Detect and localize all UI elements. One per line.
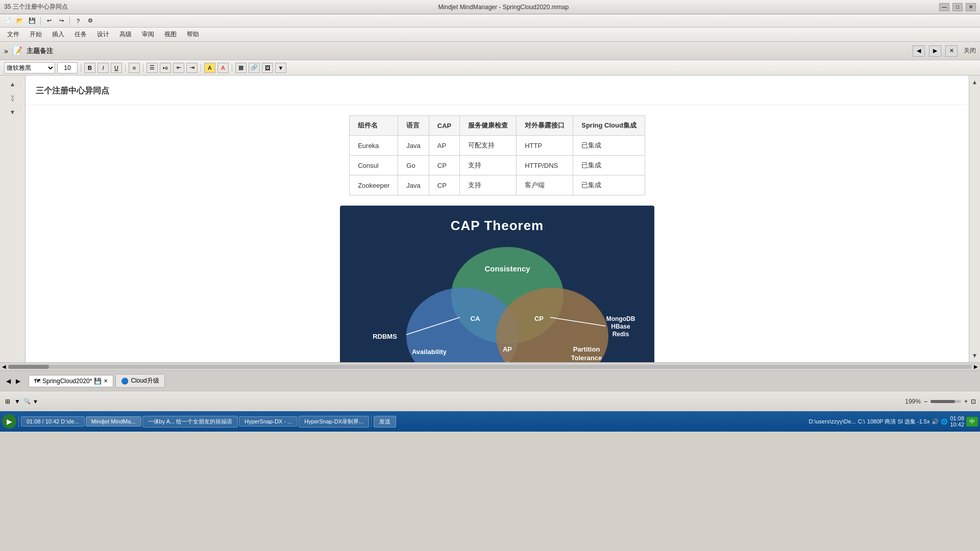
panel-expand-button[interactable]: » <box>4 47 8 55</box>
left-panel-toggle[interactable]: >> <box>8 91 18 106</box>
cap-diagram-container: CAP Theorem Consistency Availability P <box>340 206 654 362</box>
row3-col5: 客户端 <box>517 176 573 195</box>
new-icon[interactable]: 📄 <box>2 16 13 26</box>
taskbar-btn-mindmanager[interactable]: Mindjet MindMa... <box>86 416 141 427</box>
italic-button[interactable]: I <box>97 63 109 73</box>
scrollbar-thumb[interactable] <box>8 365 49 369</box>
taskbar-btn-browser[interactable]: 一体by A... 给一个女朋友的祝福语 <box>142 416 238 428</box>
menu-start[interactable]: 开始 <box>24 29 47 40</box>
fmt-sep-5 <box>232 64 232 72</box>
window-title: Mindjet MindManager - SpringCloud2020.mm… <box>438 4 569 11</box>
scroll-down-button[interactable]: ▼ <box>9 108 17 117</box>
scroll-left-button[interactable]: ◀ <box>2 364 6 369</box>
panel-nav-next-button[interactable]: ▶ <box>929 45 941 57</box>
menu-task[interactable]: 任务 <box>69 29 92 40</box>
horizontal-scrollbar[interactable]: ◀ ▶ <box>0 362 980 370</box>
tab-icon-1: 🗺 <box>34 378 40 385</box>
title-bar-right: — □ ✕ <box>939 3 976 11</box>
zoom-thumb <box>930 400 955 403</box>
menu-file[interactable]: 文件 <box>2 29 24 40</box>
panel-icon: 📝 <box>12 46 22 56</box>
fmt-sep-3 <box>143 64 143 72</box>
open-icon[interactable]: 📂 <box>14 16 26 26</box>
panel-header: » 📝 主题备注 ◀ ▶ ✕ 关闭 <box>0 42 980 60</box>
title-bar-center: Mindjet MindManager - SpringCloud2020.mm… <box>438 4 569 11</box>
font-size-input[interactable] <box>57 62 78 73</box>
fit-page-button[interactable]: ⊡ <box>971 398 976 405</box>
zoom-in-button[interactable]: + <box>964 398 968 405</box>
table-header-row: 组件名 语言 CAP 服务健康检查 对外暴露接口 Spring Cloud集成 <box>350 116 645 136</box>
help-icon[interactable]: ? <box>72 16 84 26</box>
filter-button[interactable]: ▼ <box>33 398 38 405</box>
send-button[interactable]: 发送 <box>374 416 396 428</box>
start-button[interactable]: ▶ <box>2 414 16 429</box>
menu-insert[interactable]: 插入 <box>47 29 69 40</box>
font-family-select[interactable]: 微软雅黑 <box>4 62 55 73</box>
right-scroll-up-button[interactable]: ▲ <box>970 78 979 87</box>
link-button[interactable]: 🔗 <box>249 63 260 73</box>
settings-icon[interactable]: ⚙ <box>85 16 96 26</box>
tab-next-button[interactable]: ▶ <box>14 377 22 386</box>
view-mode-button[interactable]: ▼ <box>13 397 21 406</box>
taskbar-btn-media[interactable]: 01:08 / 10:42 D:\de... <box>21 416 85 427</box>
color-button[interactable]: A <box>217 63 229 73</box>
bold-button[interactable]: B <box>84 63 95 73</box>
zoom-slider[interactable] <box>930 400 961 403</box>
panel-nav-prev-button[interactable]: ◀ <box>913 45 925 57</box>
scroll-up-button[interactable]: ▲ <box>9 80 17 89</box>
scroll-right-button[interactable]: ▶ <box>974 364 978 369</box>
tab-cloud-upgrade[interactable]: 🔵 Cloud升级 <box>115 374 164 388</box>
tab-prev-button[interactable]: ◀ <box>4 377 13 386</box>
panel-close-label: 关闭 <box>964 46 976 55</box>
row3-col6: 已集成 <box>573 176 645 195</box>
more-button[interactable]: ▼ <box>275 63 286 73</box>
right-scroll-down-button[interactable]: ▼ <box>970 351 979 360</box>
list-bullet-button[interactable]: •≡ <box>160 63 171 73</box>
menu-help[interactable]: 帮助 <box>182 29 204 40</box>
table-button[interactable]: ▦ <box>235 63 247 73</box>
redo-icon[interactable]: ↪ <box>56 16 67 26</box>
th-component: 组件名 <box>350 116 398 136</box>
minimize-button[interactable]: — <box>939 3 949 11</box>
row3-col1: Zookeeper <box>350 176 398 195</box>
align-button[interactable]: ≡ <box>129 63 140 73</box>
taskbar-btn-hypersnap2[interactable]: HyperSnap-DX录制界... <box>299 416 369 428</box>
th-cap: CAP <box>429 116 459 136</box>
zoom-out-button[interactable]: − <box>924 398 927 405</box>
menu-advanced[interactable]: 高级 <box>114 29 137 40</box>
maximize-button[interactable]: □ <box>952 3 963 11</box>
tab-save-icon: 💾 <box>94 378 102 385</box>
system-tray: 🔊 🌐 <box>932 418 948 425</box>
menu-review[interactable]: 审阅 <box>137 29 159 40</box>
cap-title: CAP Theorem <box>350 218 644 234</box>
ime-button[interactable]: 中 <box>966 417 978 427</box>
path-label-1: D:\users\zzyy\De... <box>808 418 855 424</box>
list-indent-button[interactable]: ⇥ <box>186 63 198 73</box>
taskbar-sep-2 <box>371 415 372 428</box>
tab-label-1: SpringCloud2020* <box>42 378 92 385</box>
taskbar-btn-hypersnap1[interactable]: HyperSnap-DX - ... <box>239 416 298 427</box>
list-button[interactable]: ☰ <box>146 63 158 73</box>
panel-close-x-button[interactable]: ✕ <box>945 45 958 57</box>
content-scroll-area[interactable]: 三个注册中心异同点 组件名 语言 CAP 服务健康检查 对外暴露接口 Sprin… <box>26 76 969 362</box>
image-button[interactable]: 🖼 <box>262 63 273 73</box>
close-button[interactable]: ✕ <box>966 3 976 11</box>
status-right: 199% − + ⊡ <box>905 398 976 405</box>
comparison-table: 组件名 语言 CAP 服务健康检查 对外暴露接口 Spring Cloud集成 … <box>349 115 645 195</box>
tab-springcloud2020[interactable]: 🗺 SpringCloud2020* 💾 ✕ <box>29 375 113 387</box>
row1-col2: Java <box>398 136 429 156</box>
underline-button[interactable]: U <box>111 63 122 73</box>
tab-close-1-button[interactable]: ✕ <box>104 378 108 384</box>
title-bar: 35 三个注册中心异同点 Mindjet MindManager - Sprin… <box>0 0 980 14</box>
list-outdent-button[interactable]: ⇤ <box>173 63 184 73</box>
save-icon[interactable]: 💾 <box>27 16 38 26</box>
row3-col3: CP <box>429 176 459 195</box>
view-toggle-button[interactable]: ⊞ <box>4 397 11 406</box>
highlight-button[interactable]: A <box>204 63 215 73</box>
menu-design[interactable]: 设计 <box>92 29 114 40</box>
menu-view[interactable]: 视图 <box>159 29 182 40</box>
taskbar-right-area: D:\users\zzyy\De... C:\ 1080P 商清 SI 选集 -… <box>808 415 978 428</box>
cap-venn-diagram: Consistency Availability Partition Toler… <box>350 242 665 362</box>
scrollbar-track[interactable] <box>8 365 972 369</box>
undo-icon[interactable]: ↩ <box>43 16 55 26</box>
